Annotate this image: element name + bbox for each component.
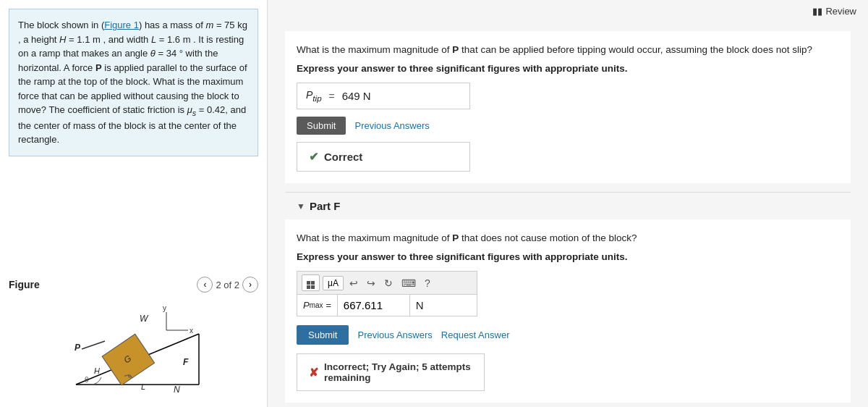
part-e-section: What is the maximum magnitude of P that … — [285, 31, 851, 183]
review-button[interactable]: ▮▮ Review — [812, 6, 856, 17]
part-e-question: What is the maximum magnitude of P that … — [297, 43, 839, 57]
figure-label: Figure — [9, 279, 40, 290]
part-f-question: What is the maximum magnitude of P that … — [297, 231, 839, 246]
svg-text:L: L — [141, 382, 145, 391]
part-f-input[interactable] — [337, 295, 409, 316]
figure-section: Figure ‹ 2 of 2 › G — [0, 271, 267, 407]
prev-figure-button[interactable]: ‹ — [197, 277, 213, 293]
svg-text:y: y — [163, 304, 166, 312]
svg-line-7 — [82, 341, 105, 349]
next-figure-button[interactable]: › — [242, 277, 258, 293]
part-f-request-answer-link[interactable]: Request Answer — [441, 330, 510, 340]
figure-link[interactable]: Figure 1 — [104, 20, 139, 30]
svg-text:W: W — [140, 314, 149, 324]
figure-page-info: 2 of 2 — [216, 280, 239, 290]
part-f-header[interactable]: ▼ Part F — [285, 192, 851, 219]
part-f-unit: N — [409, 295, 477, 316]
part-f-var-label: Pmax = — [297, 295, 337, 316]
review-label: Review — [825, 6, 856, 17]
part-e-prev-answers-link[interactable]: Previous Answers — [354, 120, 429, 131]
svg-text:F: F — [183, 357, 189, 367]
correct-label: Correct — [324, 151, 362, 163]
part-f-instruction: Express your answer to three significant… — [297, 251, 839, 262]
svg-text:H: H — [94, 366, 100, 375]
checkmark-icon: ✔ — [309, 150, 318, 164]
part-f-section: ▼ Part F What is the maximum magnitude o… — [285, 192, 851, 403]
part-e-correct-banner: ✔ Correct — [297, 142, 470, 172]
part-f-submit-button[interactable]: Submit — [297, 325, 349, 345]
content-area: What is the maximum magnitude of P that … — [268, 22, 868, 407]
refresh-button[interactable]: ↻ — [381, 276, 396, 290]
part-f-prev-answers-link[interactable]: Previous Answers — [357, 330, 432, 340]
x-icon: ✘ — [309, 366, 318, 379]
part-f-arrow-icon: ▼ — [297, 201, 305, 211]
part-e-answer-box: Ptip = 649 N — [297, 83, 470, 109]
help-button[interactable]: ? — [422, 276, 433, 290]
part-f-label: Part F — [310, 200, 341, 212]
problem-text: The block shown in (Figure 1) has a mass… — [9, 9, 258, 156]
svg-text:P: P — [75, 343, 81, 353]
svg-text:x: x — [190, 327, 193, 335]
review-icon: ▮▮ — [812, 6, 822, 17]
mu-button[interactable]: μA — [323, 276, 344, 290]
part-e-val: 649 N — [342, 90, 371, 102]
part-e-var: Ptip — [306, 89, 322, 103]
part-f-input-row: Pmax = N — [297, 294, 477, 316]
incorrect-label: Incorrect; Try Again; 5 attempts remaini… — [324, 361, 472, 383]
redo-button[interactable]: ↪ — [364, 276, 378, 290]
figure-svg: G θ P W H L F N — [54, 301, 213, 395]
part-f-submit-row: Submit Previous Answers Request Answer — [297, 325, 839, 345]
right-panel: ▮▮ Review What is the maximum magnitude … — [268, 0, 868, 407]
matrix-button[interactable] — [302, 274, 320, 291]
review-bar: ▮▮ Review — [268, 0, 868, 22]
svg-text:θ: θ — [85, 376, 89, 384]
part-f-body: What is the maximum magnitude of P that … — [285, 219, 851, 403]
part-e-submit-row: Submit Previous Answers — [297, 117, 839, 135]
figure-header: Figure ‹ 2 of 2 › — [9, 277, 258, 293]
figure-diagram: G θ P W H L F N — [9, 295, 258, 401]
part-e-instruction: Express your answer to three significant… — [297, 63, 839, 74]
svg-text:N: N — [174, 385, 180, 395]
part-f-incorrect-banner: ✘ Incorrect; Try Again; 5 attempts remai… — [297, 353, 485, 391]
keyboard-button[interactable]: ⌨ — [399, 276, 419, 290]
undo-button[interactable]: ↩ — [346, 276, 361, 290]
eq-toolbar: μA ↩ ↪ ↻ ⌨ ? — [297, 271, 477, 294]
part-e-submit-button[interactable]: Submit — [297, 117, 346, 135]
part-e-eq: = — [326, 91, 338, 102]
figure-nav: ‹ 2 of 2 › — [197, 277, 258, 293]
left-panel: The block shown in (Figure 1) has a mass… — [0, 0, 268, 407]
